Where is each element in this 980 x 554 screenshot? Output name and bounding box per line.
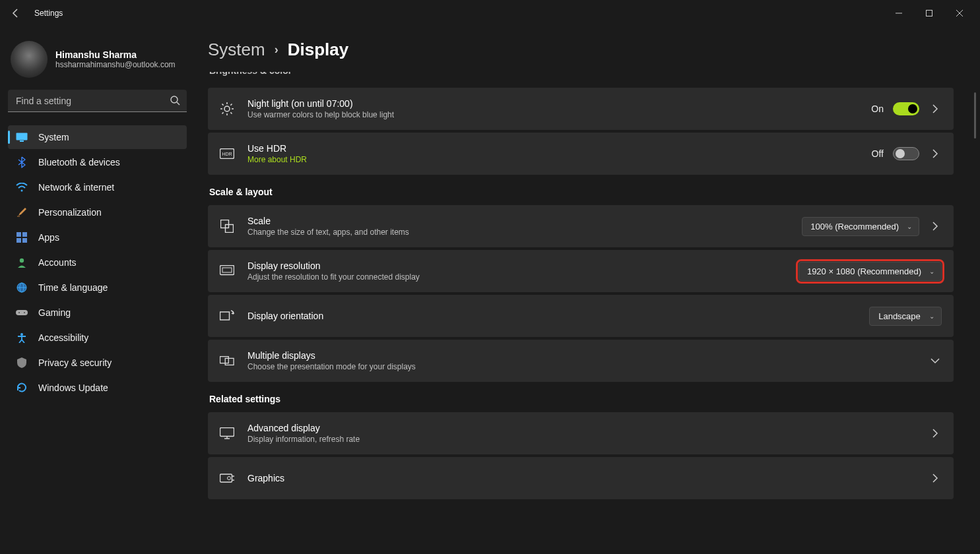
card-title: Display orientation: [247, 311, 856, 321]
section-related-settings: Related settings: [209, 394, 954, 404]
nav-time-language[interactable]: Time & language: [8, 276, 187, 299]
card-title: Graphics: [247, 473, 915, 483]
expand-chevron-icon[interactable]: [929, 427, 942, 440]
nav-label: Time & language: [38, 282, 108, 293]
expand-chevron-icon[interactable]: [929, 147, 942, 160]
svg-rect-41: [220, 474, 232, 482]
profile-block[interactable]: Himanshu Sharma hssharmahimanshu@outlook…: [11, 41, 184, 78]
svg-point-19: [20, 333, 23, 336]
expand-chevron-icon[interactable]: [929, 102, 942, 115]
svg-point-6: [21, 190, 23, 192]
svg-rect-5: [20, 140, 24, 142]
wifi-icon: [16, 181, 28, 193]
avatar: [11, 41, 48, 78]
select-value: 100% (Recommended): [810, 222, 899, 231]
shield-icon: [16, 357, 28, 369]
nav-network[interactable]: Network & internet: [8, 175, 187, 199]
nav-personalization[interactable]: Personalization: [8, 200, 187, 224]
breadcrumb-parent[interactable]: System: [208, 40, 265, 60]
card-title: Advanced display: [247, 423, 915, 433]
card-title: Multiple displays: [247, 350, 915, 361]
scrollbar[interactable]: [974, 92, 976, 138]
close-button[interactable]: [944, 3, 975, 24]
search-icon: [170, 95, 180, 106]
nav-list: System Bluetooth & devices Network & int…: [8, 125, 187, 400]
card-resolution[interactable]: Display resolution Adjust the resolution…: [208, 250, 954, 292]
nav-label: Accessibility: [38, 332, 88, 343]
card-orientation[interactable]: Display orientation Landscape ⌄: [208, 295, 954, 337]
nightlight-icon: [220, 102, 234, 116]
expand-chevron-down-icon[interactable]: [929, 354, 942, 367]
svg-rect-37: [225, 358, 234, 365]
svg-rect-11: [22, 238, 27, 243]
maximize-button[interactable]: [914, 3, 944, 24]
nav-label: Bluetooth & devices: [38, 157, 120, 168]
nav-label: Apps: [38, 232, 59, 243]
select-value: Landscape: [878, 311, 921, 321]
nav-privacy[interactable]: Privacy & security: [8, 351, 187, 375]
nav-gaming[interactable]: Gaming: [8, 301, 187, 324]
svg-rect-4: [16, 133, 28, 140]
svg-line-25: [222, 104, 224, 106]
system-icon: [16, 131, 28, 143]
multiple-displays-icon: [220, 354, 234, 368]
back-button[interactable]: [5, 3, 26, 24]
svg-rect-7: [17, 216, 20, 217]
svg-rect-1: [927, 11, 932, 16]
nav-windows-update[interactable]: Windows Update: [8, 376, 187, 400]
monitor-icon: [220, 426, 234, 441]
resolution-select[interactable]: 1920 × 1080 (Recommended) ⌄: [799, 262, 942, 281]
scale-select[interactable]: 100% (Recommended) ⌄: [802, 217, 919, 236]
nav-system[interactable]: System: [8, 125, 187, 149]
card-graphics[interactable]: Graphics: [208, 457, 954, 499]
card-night-light[interactable]: Night light (on until 07:00) Use warmer …: [208, 88, 954, 130]
expand-chevron-icon[interactable]: [929, 220, 942, 233]
card-title: Scale: [247, 216, 789, 226]
card-multiple-displays[interactable]: Multiple displays Choose the presentatio…: [208, 340, 954, 382]
resolution-icon: [220, 264, 234, 278]
brush-icon: [16, 206, 28, 218]
section-scale-layout: Scale & layout: [209, 187, 954, 197]
svg-rect-36: [220, 357, 228, 363]
hdr-toggle[interactable]: [893, 147, 919, 160]
search-input[interactable]: [8, 90, 187, 112]
chevron-right-icon: ›: [275, 43, 278, 57]
minimize-button[interactable]: [884, 3, 914, 24]
card-subtitle: Use warmer colors to help block blue lig…: [247, 110, 858, 119]
nav-bluetooth[interactable]: Bluetooth & devices: [8, 150, 187, 174]
profile-name: Himanshu Sharma: [55, 49, 176, 60]
content-area: System › Display Brightness & color Nigh…: [195, 26, 980, 554]
svg-line-27: [222, 112, 224, 113]
titlebar: Settings: [0, 0, 980, 26]
card-scale[interactable]: Scale Change the size of text, apps, and…: [208, 205, 954, 247]
card-subtitle: Change the size of text, apps, and other…: [247, 228, 789, 237]
expand-chevron-icon[interactable]: [929, 472, 942, 485]
svg-line-3: [177, 102, 180, 105]
night-light-toggle[interactable]: [893, 102, 919, 115]
card-title: Display resolution: [247, 261, 785, 271]
card-advanced-display[interactable]: Advanced display Display information, re…: [208, 412, 954, 454]
svg-rect-9: [22, 232, 27, 237]
gamepad-icon: [16, 307, 28, 319]
hdr-more-link[interactable]: More about HDR: [247, 155, 859, 164]
card-subtitle: Adjust the resolution to fit your connec…: [247, 272, 785, 282]
svg-line-28: [230, 104, 232, 106]
card-subtitle: Display information, refresh rate: [247, 435, 915, 444]
nav-label: Network & internet: [38, 182, 114, 193]
svg-point-42: [228, 477, 231, 480]
breadcrumb-current: Display: [288, 40, 349, 60]
window-title: Settings: [34, 9, 63, 18]
card-hdr[interactable]: HDR Use HDR More about HDR Off: [208, 133, 954, 175]
nav-apps[interactable]: Apps: [8, 226, 187, 249]
svg-rect-35: [220, 312, 230, 320]
chevron-down-icon: ⌄: [929, 313, 934, 320]
window-controls: [884, 3, 975, 24]
card-title: Use HDR: [247, 143, 859, 154]
nav-accounts[interactable]: Accounts: [8, 251, 187, 274]
chevron-down-icon: ⌄: [929, 268, 934, 275]
orientation-select[interactable]: Landscape ⌄: [869, 307, 942, 326]
svg-rect-10: [16, 238, 21, 243]
svg-line-26: [230, 112, 232, 113]
toggle-state-label: On: [871, 104, 884, 114]
nav-accessibility[interactable]: Accessibility: [8, 326, 187, 350]
